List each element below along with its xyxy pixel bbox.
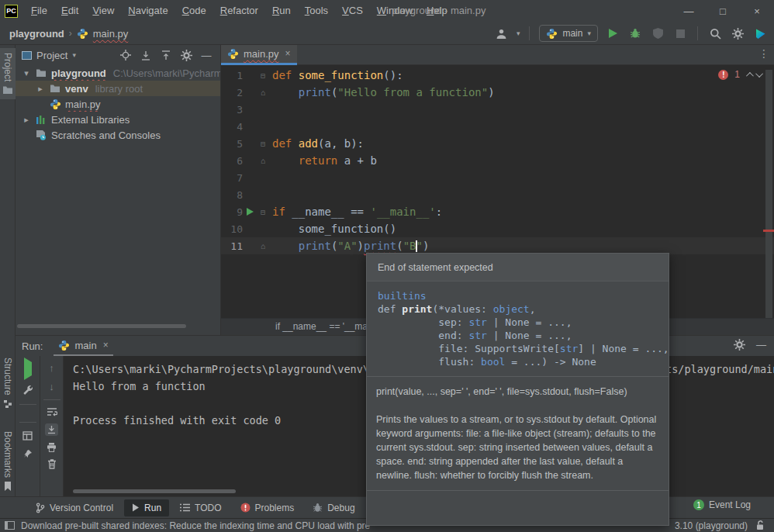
- project-view-select[interactable]: Project ▾: [22, 50, 76, 61]
- jetbrains-logo-icon[interactable]: [752, 25, 768, 42]
- expand-all-icon[interactable]: [138, 47, 154, 64]
- restore-layout-icon[interactable]: [22, 431, 33, 440]
- search-everywhere-icon[interactable]: [707, 25, 723, 42]
- clear-all-trash-icon[interactable]: [47, 459, 57, 469]
- tool-stripe-structure[interactable]: Structure: [0, 353, 16, 413]
- code-line-10[interactable]: 10 some_function(): [221, 220, 774, 237]
- maximize-button[interactable]: □: [706, 0, 740, 22]
- code-line-3[interactable]: 3: [221, 101, 774, 118]
- tool-window-button-todo[interactable]: TODO: [172, 499, 229, 516]
- down-stack-trace-icon[interactable]: ↓: [49, 381, 54, 392]
- run-tab-main[interactable]: main ×: [54, 336, 112, 356]
- user-account-icon[interactable]: [494, 25, 510, 42]
- tool-window-switcher-icon[interactable]: [5, 521, 15, 530]
- tool-window-button-problems[interactable]: Problems: [233, 499, 302, 516]
- minimize-button[interactable]: —: [672, 0, 706, 22]
- tree-item-external-libraries[interactable]: ▸External Libraries: [16, 112, 220, 127]
- hide-panel-icon[interactable]: —: [756, 339, 766, 351]
- tree-item-playground[interactable]: ▾playgroundC:\Users\marki\PycharmProje: [16, 65, 220, 81]
- rerun-button[interactable]: [24, 362, 32, 376]
- tab-list-more-icon[interactable]: ⋮: [758, 47, 769, 60]
- tool-stripe-project[interactable]: Project: [0, 48, 16, 99]
- line-number[interactable]: 3: [221, 104, 243, 116]
- breadcrumb-project[interactable]: playground: [9, 28, 64, 40]
- code-line-8[interactable]: 8: [221, 186, 774, 203]
- menu-vcs[interactable]: VCS: [335, 0, 370, 22]
- code-line-11[interactable]: 11⌂ print("A")print("B"): [221, 237, 774, 254]
- fold-start-icon[interactable]: ⊟: [257, 208, 269, 216]
- close-button[interactable]: ×: [740, 0, 774, 22]
- tool-window-button-version-control[interactable]: Version Control: [28, 499, 121, 516]
- up-stack-trace-icon[interactable]: ↑: [49, 362, 54, 374]
- menu-navigate[interactable]: Navigate: [121, 0, 174, 22]
- scroll-to-end-icon[interactable]: [45, 423, 58, 436]
- unlock-icon[interactable]: [755, 520, 765, 530]
- edit-configuration-wrench-icon[interactable]: [22, 385, 33, 396]
- vertical-scrollbar[interactable]: [765, 70, 772, 330]
- tool-window-button-run[interactable]: Run: [124, 499, 169, 516]
- close-tab-icon[interactable]: ×: [285, 48, 291, 59]
- python-interpreter-button[interactable]: 3.10 (playground): [675, 520, 748, 531]
- coverage-button[interactable]: [650, 25, 665, 42]
- menu-file[interactable]: File: [24, 0, 54, 22]
- panel-options-gear-icon[interactable]: [178, 47, 194, 64]
- status-message[interactable]: Download pre-built shared indexes: Reduc…: [21, 520, 370, 531]
- chevron-down-icon[interactable]: ▾: [22, 68, 31, 78]
- fold-end-icon[interactable]: ⌂: [257, 88, 269, 97]
- line-number[interactable]: 11: [221, 240, 243, 252]
- print-icon[interactable]: [47, 443, 57, 452]
- line-number[interactable]: 10: [221, 223, 243, 235]
- locate-file-icon[interactable]: [118, 47, 133, 64]
- run-button[interactable]: [605, 25, 620, 42]
- fold-start-icon[interactable]: ⊟: [257, 71, 269, 80]
- chevron-right-icon[interactable]: ▸: [36, 84, 45, 94]
- breadcrumb-file[interactable]: main.py: [93, 28, 129, 40]
- code-line-7[interactable]: 7: [221, 169, 774, 186]
- tool-stripe-bookmarks[interactable]: Bookmarks: [0, 427, 16, 496]
- code-line-9[interactable]: 9⊟if __name__ == '__main__':: [221, 203, 774, 220]
- error-stripe-mark[interactable]: [763, 230, 774, 232]
- line-number[interactable]: 2: [221, 87, 243, 98]
- tree-item-main-py[interactable]: main.py: [16, 96, 220, 112]
- run-configuration-select[interactable]: main ▾: [539, 25, 598, 42]
- line-number[interactable]: 8: [221, 189, 243, 201]
- tab-main-py[interactable]: main.py ×: [221, 45, 297, 65]
- line-number[interactable]: 5: [221, 138, 243, 150]
- menu-code[interactable]: Code: [175, 0, 213, 22]
- collapse-all-icon[interactable]: [158, 47, 174, 64]
- horizontal-scrollbar[interactable]: [17, 324, 186, 328]
- pin-tab-icon[interactable]: [23, 449, 33, 458]
- close-tab-icon[interactable]: ×: [103, 340, 109, 351]
- tree-item-venv[interactable]: ▸venvlibrary root: [16, 81, 220, 96]
- debug-button[interactable]: [627, 25, 643, 42]
- settings-gear-icon[interactable]: [730, 25, 745, 42]
- line-number[interactable]: 6: [221, 155, 243, 167]
- menu-edit[interactable]: Edit: [54, 0, 85, 22]
- soft-wrap-icon[interactable]: [47, 407, 57, 416]
- tree-item-scratches-and-consoles[interactable]: Scratches and Consoles: [16, 127, 220, 143]
- menu-refactor[interactable]: Refactor: [213, 0, 265, 22]
- code-line-5[interactable]: 5⊟def add(a, b):: [221, 135, 774, 152]
- line-number[interactable]: 7: [221, 172, 243, 184]
- menu-tools[interactable]: Tools: [298, 0, 335, 22]
- fold-start-icon[interactable]: ⊟: [257, 140, 269, 148]
- code-line-6[interactable]: 6⌂ return a + b: [221, 152, 774, 169]
- horizontal-scrollbar[interactable]: [73, 489, 236, 493]
- code-line-2[interactable]: 2⌂ print("Hello from a function"): [221, 84, 774, 101]
- chevron-right-icon[interactable]: ▸: [22, 115, 31, 125]
- fold-end-icon[interactable]: ⌂: [257, 157, 269, 165]
- line-number[interactable]: 9: [221, 206, 243, 218]
- line-number[interactable]: 1: [221, 70, 243, 81]
- hide-panel-icon[interactable]: —: [199, 47, 214, 64]
- fold-end-icon[interactable]: ⌂: [257, 242, 269, 250]
- stop-button[interactable]: [672, 25, 688, 42]
- panel-options-gear-icon[interactable]: [734, 339, 745, 351]
- code-line-1[interactable]: 1⊟def some_function():: [221, 67, 774, 84]
- code-editor[interactable]: 1⊟def some_function():2⌂ print("Hello fr…: [221, 67, 774, 254]
- line-number[interactable]: 4: [221, 121, 243, 133]
- menu-view[interactable]: View: [85, 0, 121, 22]
- event-log-button[interactable]: 1 Event Log: [693, 499, 751, 510]
- code-line-4[interactable]: 4: [221, 118, 774, 135]
- run-line-icon[interactable]: [243, 208, 257, 216]
- menu-run[interactable]: Run: [265, 0, 298, 22]
